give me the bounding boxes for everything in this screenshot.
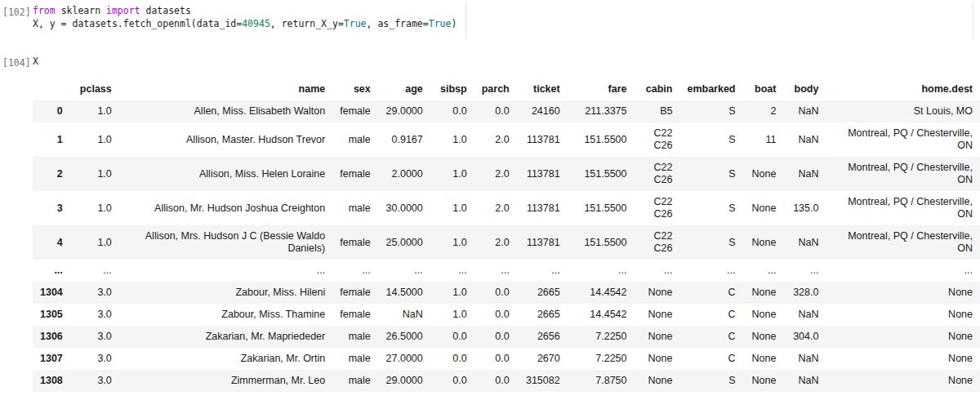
cell-name: Zimmerman, Mr. Leo xyxy=(119,370,332,392)
cell-boat: None xyxy=(743,191,784,225)
cell-boat: 11 xyxy=(743,122,784,157)
table-row: 31.0Allison, Mr. Hudson Joshua Creighton… xyxy=(33,191,980,225)
cell-body: 328.0 xyxy=(783,282,826,304)
cell-fare: 151.5500 xyxy=(568,122,635,157)
cell-body: ... xyxy=(783,260,826,282)
cell-home-dest: None xyxy=(826,282,980,304)
code-token-plain: , as_frame= xyxy=(367,18,429,29)
cell-age: 0.9167 xyxy=(378,122,430,157)
code-editor-104[interactable]: X xyxy=(33,55,38,68)
cell-fare: 7.2250 xyxy=(568,348,635,370)
cell-name: Allison, Mr. Hudson Joshua Creighton xyxy=(119,191,332,225)
column-header-embarked: embarked xyxy=(679,78,742,100)
cell-fare: ... xyxy=(568,260,635,282)
cell-fare: 7.8750 xyxy=(568,370,635,392)
cell-sibsp: 0.0 xyxy=(430,100,474,122)
table-row: ........................................… xyxy=(33,260,980,282)
cell-cabin: None xyxy=(635,282,680,304)
cell-sibsp: 1.0 xyxy=(430,282,474,304)
cell-age: 29.0000 xyxy=(378,100,430,122)
row-index: 4 xyxy=(33,225,70,260)
cell-embarked: C xyxy=(679,304,742,326)
table-row: 13073.0Zakarian, Mr. Ortinmale27.00000.0… xyxy=(33,348,980,370)
column-header-body: body xyxy=(783,78,826,100)
cell-ticket: 113781 xyxy=(517,191,568,225)
dataframe-table: pclassnamesexagesibspparchticketfarecabi… xyxy=(33,78,980,392)
cell-sex: male xyxy=(332,191,378,225)
cell-body: NaN xyxy=(783,157,826,191)
code-token-kw: import xyxy=(106,5,145,16)
column-header-parch: parch xyxy=(474,78,517,100)
cell-age: NaN xyxy=(378,304,430,326)
cell-ticket: 24160 xyxy=(517,100,568,122)
cell-boat: None xyxy=(743,326,784,348)
cell-embarked: S xyxy=(679,100,742,122)
notebook: [102] from sklearn import datasetsX, y =… xyxy=(0,0,980,392)
cell-parch: 2.0 xyxy=(474,191,517,225)
table-row: 11.0Allison, Master. Hudson Trevormale0.… xyxy=(33,122,980,157)
column-header-ticket: ticket xyxy=(517,78,568,100)
cell-parch: 0.0 xyxy=(474,370,517,392)
cell-pclass: 3.0 xyxy=(70,282,119,304)
cell-parch: 0.0 xyxy=(474,304,517,326)
cell-pclass: ... xyxy=(70,260,119,282)
table-header-row: pclassnamesexagesibspparchticketfarecabi… xyxy=(33,78,980,100)
row-index: 2 xyxy=(33,157,70,191)
column-header-home-dest: home.dest xyxy=(826,78,980,100)
cell-cabin: None xyxy=(635,370,680,392)
cell-sex: female xyxy=(332,304,378,326)
table-row: 21.0Allison, Miss. Helen Lorainefemale2.… xyxy=(33,157,980,191)
row-index: 1306 xyxy=(33,326,70,348)
cell-sibsp: 0.0 xyxy=(430,348,474,370)
cell-fare: 7.2250 xyxy=(568,326,635,348)
cell-body: 304.0 xyxy=(783,326,826,348)
cell-pclass: 1.0 xyxy=(70,157,119,191)
cell-ticket: 113781 xyxy=(517,157,568,191)
cell-body: NaN xyxy=(783,122,826,157)
code-token-kw: from xyxy=(33,5,61,16)
code-token-const: True xyxy=(344,18,367,29)
cell-output-area: pclassnamesexagesibspparchticketfarecabi… xyxy=(33,78,980,392)
cell-embarked: ... xyxy=(679,260,742,282)
cell-home-dest: Montreal, PQ / Chesterville, ON xyxy=(826,157,980,191)
cell-ticket: 315082 xyxy=(517,370,568,392)
column-header-pclass: pclass xyxy=(70,78,119,100)
code-editor-102[interactable]: from sklearn import datasetsX, y = datas… xyxy=(33,4,457,30)
cell-sex: male xyxy=(332,370,378,392)
cell-sibsp: 1.0 xyxy=(430,122,474,157)
cell-fare: 151.5500 xyxy=(568,157,635,191)
code-token-plain: X xyxy=(33,56,38,67)
table-row: 41.0Allison, Mrs. Hudson J C (Bessie Wal… xyxy=(33,225,980,260)
column-header-boat: boat xyxy=(743,78,784,100)
cell-fare: 14.4542 xyxy=(568,282,635,304)
cell-right-border xyxy=(973,2,973,39)
cell-ticket: 113781 xyxy=(517,122,568,157)
cell-boat: None xyxy=(743,282,784,304)
cell-pclass: 3.0 xyxy=(70,304,119,326)
cell-cabin: C22 C26 xyxy=(635,191,680,225)
cell-home-dest: St Louis, MO xyxy=(826,100,980,122)
cell-embarked: S xyxy=(679,122,742,157)
cell-gutter: [104] xyxy=(0,55,33,69)
cell-fare: 211.3375 xyxy=(568,100,635,122)
cell-sibsp: 1.0 xyxy=(430,304,474,326)
cell-gutter: [102] xyxy=(0,4,33,19)
code-token-plain: ) xyxy=(451,18,457,29)
cell-age: 26.5000 xyxy=(378,326,430,348)
cell-parch: 0.0 xyxy=(474,326,517,348)
cell-pclass: 1.0 xyxy=(70,225,119,260)
cell-ticket: ... xyxy=(517,260,568,282)
cell-body: NaN xyxy=(783,100,826,122)
cell-parch: 2.0 xyxy=(474,157,517,191)
cell-home-dest: None xyxy=(826,370,980,392)
execution-count-104: [104] xyxy=(2,57,31,69)
cell-fare: 14.4542 xyxy=(568,304,635,326)
cell-embarked: C xyxy=(679,326,742,348)
cell-parch: 2.0 xyxy=(474,225,517,260)
cell-home-dest: ... xyxy=(826,260,980,282)
cell-body: 135.0 xyxy=(783,191,826,225)
execution-count-102: [102] xyxy=(2,7,31,18)
code-line: X xyxy=(33,55,38,68)
cell-age: 2.0000 xyxy=(378,157,430,191)
row-index: ... xyxy=(33,260,70,282)
